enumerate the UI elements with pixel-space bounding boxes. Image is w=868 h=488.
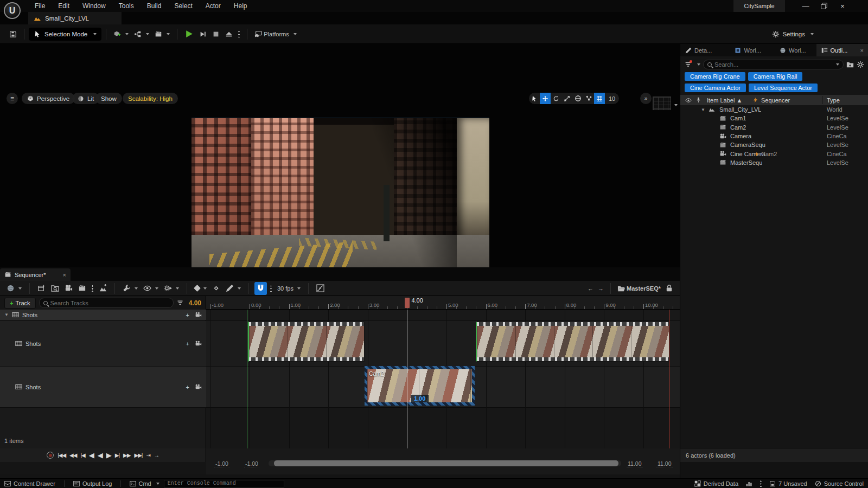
play-reverse-button[interactable]: ◀ bbox=[98, 451, 103, 459]
shots-subtrack-2[interactable]: Shots + bbox=[0, 367, 206, 408]
viewport-layout-widget[interactable] bbox=[653, 97, 671, 110]
derived-data-button[interactable]: Derived Data bbox=[694, 480, 738, 487]
playhead-line[interactable] bbox=[407, 310, 407, 448]
select-tool-button[interactable] bbox=[529, 93, 540, 104]
tab-details[interactable]: Deta... bbox=[680, 44, 717, 56]
scrollbar-thumb[interactable] bbox=[274, 460, 618, 466]
sequencer-world-dropdown[interactable] bbox=[4, 282, 24, 295]
close-tab-icon[interactable]: × bbox=[860, 47, 864, 54]
outliner-row[interactable]: Cam1LevelSe bbox=[680, 114, 868, 123]
to-front-button[interactable]: |◀◀ bbox=[58, 452, 66, 458]
cmd-dropdown[interactable]: Cmd bbox=[130, 480, 159, 487]
current-time-field[interactable]: 4.00 bbox=[189, 299, 201, 307]
playback-options-dropdown[interactable] bbox=[162, 282, 181, 295]
grid-snap-button[interactable] bbox=[594, 93, 605, 104]
add-section-icon[interactable]: + bbox=[186, 312, 189, 318]
browse-sequence-button[interactable] bbox=[49, 282, 61, 295]
playback-end-line[interactable] bbox=[669, 310, 669, 448]
track-search-input[interactable]: Search Tracks bbox=[39, 298, 174, 308]
tab-world-partition[interactable]: Worl... bbox=[775, 44, 811, 56]
step-fwd-button[interactable]: ▶| bbox=[115, 452, 119, 458]
auto-key-button[interactable] bbox=[210, 282, 222, 295]
working-range-start-field[interactable]: -1.00 bbox=[214, 460, 229, 467]
settings-dropdown[interactable]: Settings bbox=[772, 24, 814, 44]
outliner-settings-gear-icon[interactable] bbox=[857, 61, 864, 68]
add-section-icon[interactable]: + bbox=[186, 341, 189, 347]
chevron-down-icon[interactable] bbox=[697, 63, 700, 67]
shots-root-track[interactable]: ▼ Shots + bbox=[0, 310, 206, 320]
playback-start-line[interactable] bbox=[247, 310, 247, 448]
timeline-ruler[interactable]: -1.000.001.002.003.005.006.007.008.009.0… bbox=[206, 296, 680, 310]
vertical-dots-icon[interactable] bbox=[760, 480, 762, 487]
scale-tool-button[interactable] bbox=[561, 93, 572, 104]
cinematics-dropdown[interactable] bbox=[152, 27, 173, 41]
column-sequencer[interactable]: Sequencer bbox=[761, 97, 790, 104]
viewport-options-button[interactable]: ≡ bbox=[7, 93, 18, 104]
pin-icon[interactable] bbox=[695, 97, 701, 103]
outliner-row[interactable]: CameraCineCa bbox=[680, 132, 868, 140]
outliner-row[interactable]: Cam2LevelSe bbox=[680, 123, 868, 132]
outliner-row[interactable]: ▼Small_City_LVLWorld bbox=[680, 105, 868, 114]
filter-chip[interactable]: Cine Camera Actor bbox=[685, 84, 746, 92]
filter-chip[interactable]: Camera Rig Rail bbox=[748, 72, 803, 81]
snapping-options-button[interactable] bbox=[268, 282, 274, 295]
add-actor-dropdown[interactable] bbox=[111, 27, 131, 41]
track-filter-icon[interactable] bbox=[177, 300, 183, 306]
close-button[interactable]: × bbox=[834, 0, 851, 12]
outliner-search-input[interactable]: Search... bbox=[703, 60, 844, 69]
keyframe-options-dropdown[interactable] bbox=[193, 282, 209, 295]
frame-skip-button[interactable] bbox=[196, 27, 209, 41]
minimize-button[interactable]: — bbox=[797, 0, 814, 12]
menu-window[interactable]: Window bbox=[76, 0, 112, 12]
insights-icon[interactable] bbox=[746, 480, 752, 487]
unsaved-button[interactable]: 7 Unsaved bbox=[769, 480, 807, 487]
navigate-forward-button[interactable]: → bbox=[596, 282, 606, 295]
chevron-down-icon[interactable] bbox=[674, 104, 678, 108]
save-sequence-button[interactable] bbox=[35, 282, 48, 295]
view-range-start-field[interactable]: -1.00 bbox=[244, 460, 259, 467]
sequence-tools-dropdown[interactable] bbox=[120, 282, 140, 295]
output-log-button[interactable]: Output Log bbox=[73, 480, 112, 487]
filter-chip[interactable]: Camera Rig Crane bbox=[685, 72, 745, 81]
column-item-label[interactable]: Item Label ▲ bbox=[707, 97, 742, 104]
record-button[interactable] bbox=[47, 452, 54, 459]
lock-button[interactable] bbox=[663, 282, 675, 295]
expand-arrow-icon[interactable]: ▼ bbox=[4, 312, 9, 317]
render-options-button[interactable] bbox=[90, 282, 95, 295]
show-dropdown[interactable]: Show bbox=[95, 93, 122, 104]
level-tab[interactable]: Small_City_LVL bbox=[28, 12, 122, 24]
play-button[interactable]: ▶ bbox=[106, 451, 111, 459]
view-range-end-field[interactable]: 11.00 bbox=[627, 460, 643, 467]
play-options-button[interactable] bbox=[235, 27, 242, 41]
shot-clip[interactable] bbox=[476, 322, 670, 362]
menu-select[interactable]: Select bbox=[168, 0, 199, 12]
shots-subtrack-1[interactable]: Shots + bbox=[0, 321, 206, 367]
add-actors-button[interactable] bbox=[97, 282, 109, 295]
view-options-dropdown[interactable] bbox=[141, 282, 161, 295]
outliner-row[interactable]: MasterSequLevelSe bbox=[680, 158, 868, 167]
filter-icon[interactable] bbox=[685, 61, 692, 68]
play-button[interactable] bbox=[182, 27, 196, 41]
close-tab-icon[interactable]: × bbox=[63, 272, 66, 278]
tab-world-settings[interactable]: Worl... bbox=[730, 44, 766, 56]
add-track-button[interactable]: + Track bbox=[4, 298, 36, 309]
grid-snap-value[interactable]: 10 bbox=[605, 93, 619, 104]
world-coordinates-button[interactable] bbox=[572, 93, 583, 104]
shot-clip-selected[interactable]: Cam21.00 bbox=[365, 366, 475, 406]
selection-mode-dropdown[interactable]: Selection Mode bbox=[29, 28, 101, 41]
blueprints-dropdown[interactable] bbox=[131, 27, 152, 41]
console-command-input[interactable]: Enter Console Command bbox=[164, 480, 284, 487]
move-tool-button[interactable] bbox=[540, 93, 551, 104]
menu-build[interactable]: Build bbox=[141, 0, 168, 12]
platforms-dropdown[interactable]: Platforms bbox=[252, 27, 299, 41]
stop-button[interactable] bbox=[209, 27, 222, 41]
expand-arrow-icon[interactable]: ▼ bbox=[701, 107, 705, 112]
surface-snapping-button[interactable] bbox=[583, 93, 594, 104]
restore-button[interactable] bbox=[816, 0, 832, 12]
camera-lock-icon[interactable] bbox=[195, 340, 202, 347]
to-end-button[interactable]: ⇥ bbox=[146, 452, 150, 458]
add-section-icon[interactable]: + bbox=[186, 384, 189, 390]
source-control-button[interactable]: Source Control bbox=[815, 480, 864, 487]
column-type[interactable]: Type bbox=[827, 97, 840, 104]
jump-back-button[interactable]: ◀ bbox=[89, 451, 94, 459]
